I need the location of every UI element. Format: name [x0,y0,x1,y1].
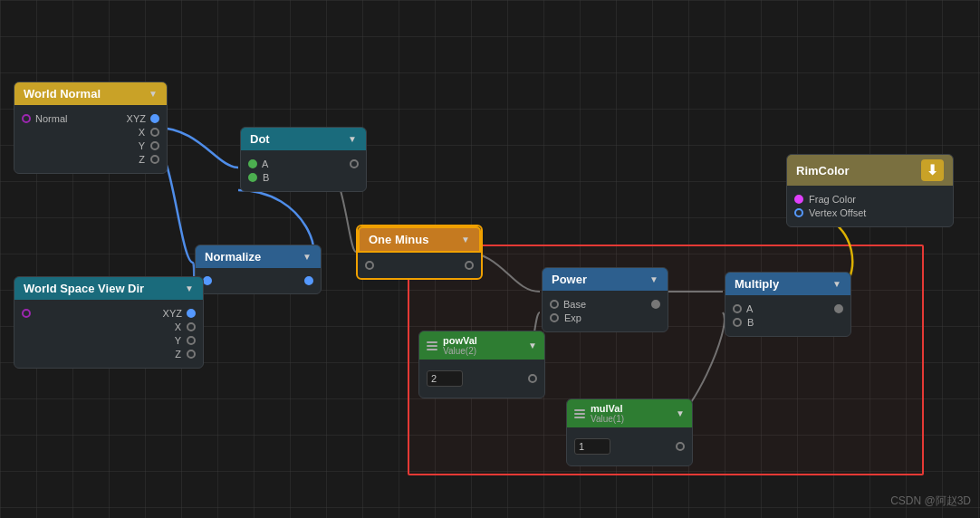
one-minus-node: One Minus ▼ [356,225,483,280]
pow-val-input[interactable] [427,370,463,387]
rim-color-title: RimColor [796,164,850,177]
dot-a-input[interactable] [248,159,257,168]
one-minus-output[interactable] [465,261,474,270]
normalize-dropdown[interactable]: ▼ [303,252,312,262]
multiply-a-row: A [733,303,843,314]
world-space-view-node: World Space View Dir ▼ XYZ X Y Z [14,276,204,369]
x-pin-row: X [22,127,159,138]
multiply-header[interactable]: Multiply ▼ [725,273,850,295]
mul-val-input-row [574,436,685,457]
z-pin-row: Z [22,154,159,165]
vertex-offset-row: Vertex Offset [794,207,946,218]
multiply-dropdown[interactable]: ▼ [832,279,841,289]
dot-header[interactable]: Dot ▼ [241,128,366,150]
wsv-y-label: Y [175,335,181,346]
wsv-left-pin-row: XYZ [22,308,196,319]
power-dropdown[interactable]: ▼ [649,274,658,284]
power-exp-input[interactable] [550,313,559,322]
pow-val-node: powVal Value(2) ▼ [418,331,545,398]
multiply-b-input[interactable] [733,318,742,327]
one-minus-title: One Minus [369,233,428,246]
vertex-offset-label: Vertex Offset [809,207,866,218]
wsv-x-row: X [22,321,196,332]
power-base-input[interactable] [550,300,559,309]
world-space-view-header[interactable]: World Space View Dir ▼ [14,277,203,300]
one-minus-input[interactable] [365,261,374,270]
dot-b-input[interactable] [248,173,257,182]
frag-color-row: Frag Color [794,194,946,205]
wsv-xyz-pin[interactable] [187,309,196,318]
vertex-offset-pin[interactable] [794,208,803,217]
pow-val-header[interactable]: powVal Value(2) ▼ [419,331,544,360]
multiply-a-input[interactable] [733,304,742,313]
power-title: Power [552,273,587,286]
rim-color-header[interactable]: RimColor ⬇ [787,155,953,186]
world-space-view-dropdown[interactable]: ▼ [185,283,194,293]
frag-color-pin[interactable] [794,195,803,204]
dot-title: Dot [250,132,270,146]
dot-dropdown[interactable]: ▼ [348,134,357,144]
normalize-node: Normalize ▼ [195,245,322,294]
wsv-input-pin[interactable] [22,309,31,318]
y-pin-row: Y [22,140,159,151]
wsv-y-row: Y [22,335,196,346]
world-normal-title: World Normal [24,87,101,101]
x-label: X [139,127,145,138]
world-normal-dropdown[interactable]: ▼ [149,89,158,99]
world-space-view-title: World Space View Dir [24,282,144,295]
power-output[interactable] [651,300,660,309]
x-output-pin[interactable] [150,128,159,137]
dot-a-label: A [262,158,268,169]
pow-val-dropdown[interactable]: ▼ [528,341,537,350]
world-normal-node: World Normal ▼ Normal XYZ X Y Z [14,82,168,174]
multiply-b-label: B [747,317,754,328]
dot-b-label: B [263,172,269,183]
mul-val-dropdown[interactable]: ▼ [676,408,685,418]
normalize-output[interactable] [304,276,313,285]
power-exp-label: Exp [564,312,581,323]
y-output-pin[interactable] [150,141,159,150]
multiply-output[interactable] [834,304,843,313]
mul-val-sub: Value(1) [591,414,624,424]
pow-val-sub: Value(2) [443,346,477,356]
mul-val-title: mulVal [591,403,624,414]
one-minus-dropdown[interactable]: ▼ [461,235,470,245]
xyz-label: XYZ [127,113,146,124]
pow-val-output-pin[interactable] [528,374,537,383]
wsv-z-pin[interactable] [187,350,196,359]
xyz-output-pin[interactable] [150,114,159,123]
mul-val-node: mulVal Value(1) ▼ [566,398,693,466]
power-header[interactable]: Power ▼ [543,268,668,291]
mul-val-output-pin[interactable] [676,442,685,451]
wsv-xyz-label: XYZ [163,308,182,319]
world-normal-header[interactable]: World Normal ▼ [14,82,167,105]
power-base-row: Base [550,299,660,310]
normalize-pins [203,276,313,285]
wsv-x-pin[interactable] [187,322,196,331]
wsv-z-row: Z [22,349,196,360]
normalize-input[interactable] [203,276,212,285]
wsv-z-label: Z [175,349,181,360]
normal-input-pin[interactable] [22,114,31,123]
normalize-title: Normalize [205,250,261,264]
dot-b-row: B [248,172,359,183]
normalize-header[interactable]: Normalize ▼ [196,245,321,268]
watermark: CSDN @阿赵3D [890,494,971,509]
power-base-label: Base [563,299,586,310]
multiply-a-label: A [746,303,753,314]
wsv-y-pin[interactable] [187,336,196,345]
pow-val-title: powVal [443,335,477,346]
frag-color-label: Frag Color [809,194,856,205]
z-output-pin[interactable] [150,155,159,164]
one-minus-header[interactable]: One Minus ▼ [358,226,481,253]
y-label: Y [139,140,145,151]
mul-val-header[interactable]: mulVal Value(1) ▼ [567,399,692,427]
dot-a-row: A [248,158,359,169]
mul-val-input[interactable] [574,438,610,455]
download-icon[interactable]: ⬇ [921,159,944,181]
rim-color-node: RimColor ⬇ Frag Color Vertex Offset [786,154,954,227]
dot-output[interactable] [350,159,359,168]
normal-pin-row: Normal XYZ [22,113,159,124]
multiply-node: Multiply ▼ A B [725,272,851,337]
normal-label: Normal [35,113,67,124]
